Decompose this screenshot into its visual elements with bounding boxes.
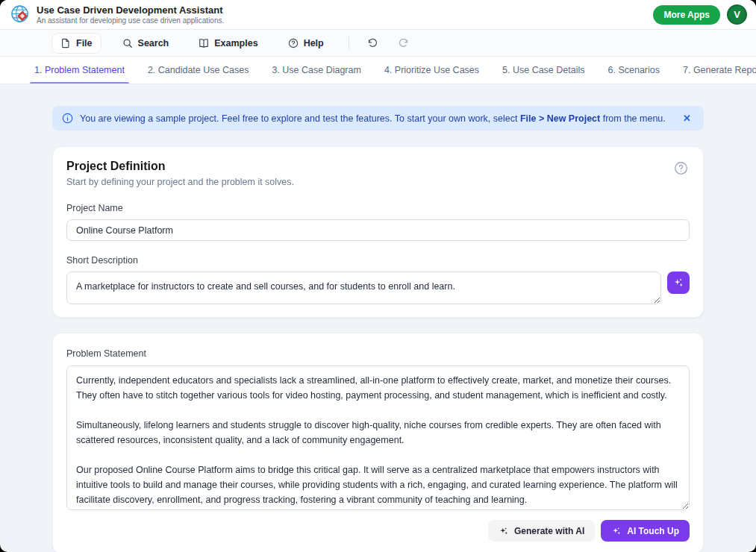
book-icon <box>199 38 209 48</box>
menu-item-help[interactable]: Help <box>280 34 332 53</box>
banner-text: You are viewing a sample project. Feel f… <box>80 113 673 124</box>
menu-item-examples[interactable]: Examples <box>190 34 266 53</box>
problem-statement-label: Problem Statement <box>66 348 146 359</box>
tab-candidate-use-cases[interactable]: 2. Candidate Use Cases <box>146 57 251 84</box>
ai-sparkle-button[interactable] <box>667 272 690 294</box>
help-circle-icon[interactable] <box>672 160 690 179</box>
main-content: You are viewing a sample project. Feel f… <box>0 84 756 552</box>
sample-project-banner: You are viewing a sample project. Feel f… <box>52 106 704 131</box>
ai-touch-up-button[interactable]: AI Touch Up <box>601 520 690 542</box>
app-subtitle: An assistant for developing use case dri… <box>37 16 224 25</box>
user-avatar[interactable]: V <box>727 4 747 25</box>
tab-scenarios[interactable]: 6. Scenarios <box>607 57 661 84</box>
help-icon <box>288 38 299 48</box>
generate-with-ai-button[interactable]: Generate with AI <box>488 520 595 542</box>
step-tabs: 1. Problem Statement 2. Candidate Use Ca… <box>0 57 756 84</box>
project-definition-card: Project Definition Start by defining you… <box>52 146 704 318</box>
problem-statement-card: Problem Statement Currently, independent… <box>52 333 704 552</box>
short-description-textarea[interactable]: A marketplace for instructors to create … <box>66 272 661 304</box>
project-name-input[interactable] <box>66 219 690 241</box>
sparkles-icon <box>499 526 509 536</box>
button-label: Generate with AI <box>514 526 584 536</box>
banner-close-icon[interactable]: ✕ <box>680 112 694 125</box>
tab-use-case-diagram[interactable]: 3. Use Case Diagram <box>270 57 363 84</box>
ai-actions-row: Generate with AI AI Touch Up <box>66 520 690 542</box>
undo-button[interactable] <box>363 33 383 53</box>
problem-statement-textarea[interactable]: Currently, independent educators and spe… <box>66 366 690 510</box>
button-label: AI Touch Up <box>627 526 679 536</box>
app-logo-icon <box>10 4 31 25</box>
app-header: Use Case Driven Development Assistant An… <box>0 0 756 30</box>
project-name-label: Project Name <box>66 203 690 213</box>
banner-bold-text: File > New Project <box>520 113 600 124</box>
more-apps-button[interactable]: More Apps <box>653 5 720 25</box>
search-icon <box>122 38 133 48</box>
tab-problem-statement[interactable]: 1. Problem Statement <box>33 57 126 84</box>
tab-use-case-details[interactable]: 5. Use Case Details <box>501 57 586 84</box>
app-title: Use Case Driven Development Assistant <box>37 4 224 16</box>
card-title: Project Definition <box>66 160 294 173</box>
menubar: File Search Examples <box>0 30 756 57</box>
info-icon <box>62 113 73 124</box>
menu-item-file[interactable]: File <box>52 34 101 53</box>
menu-item-search[interactable]: Search <box>114 34 178 53</box>
tab-prioritize-use-cases[interactable]: 4. Prioritize Use Cases <box>383 57 481 84</box>
tab-generate-report[interactable]: 7. Generate Report <box>681 57 756 84</box>
header-right: More Apps V <box>653 4 747 25</box>
app-window: Use Case Driven Development Assistant An… <box>0 0 756 552</box>
card-head: Project Definition Start by defining you… <box>66 160 690 187</box>
menu-item-label: File <box>76 38 93 48</box>
menubar-divider <box>349 37 349 50</box>
short-description-row: A marketplace for instructors to create … <box>66 272 690 304</box>
menu-item-label: Examples <box>214 38 257 48</box>
card-subtitle: Start by defining your project and the p… <box>66 177 294 187</box>
title-block: Use Case Driven Development Assistant An… <box>37 4 224 25</box>
menu-item-label: Help <box>304 38 324 48</box>
menu-item-label: Search <box>138 38 169 48</box>
file-icon <box>60 38 71 48</box>
sparkles-icon <box>611 526 622 536</box>
redo-button[interactable] <box>393 33 413 53</box>
short-description-label: Short Description <box>66 255 690 266</box>
sparkles-icon <box>672 277 684 289</box>
